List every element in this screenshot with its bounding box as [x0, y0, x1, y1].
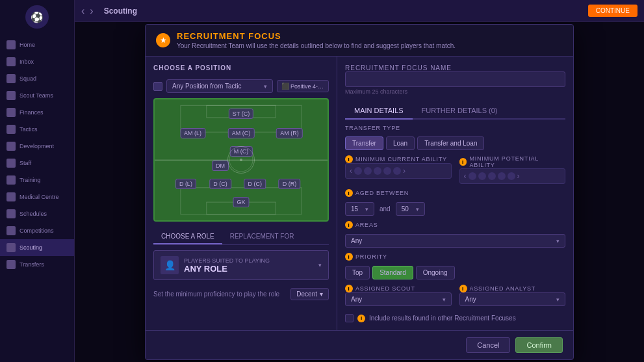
position-btn-d_r[interactable]: D (R) — [279, 179, 301, 189]
position-btn-d_c2[interactable]: D (C) — [244, 179, 266, 189]
topbar: ‹ › Scouting CONTINUE — [75, 0, 644, 22]
finances-icon — [6, 108, 16, 117]
sidebar-item-scout-teams[interactable]: Scout Teams — [0, 87, 74, 104]
potential-ability-stars[interactable]: ‹ › — [459, 168, 566, 184]
position-btn-gk[interactable]: GK — [233, 197, 249, 207]
modal-body: CHOOSE A POSITION Any Position from Tact… — [146, 57, 573, 330]
ability-row: i MINIMUM CURRENT ABILITY ‹ › — [345, 155, 565, 184]
transfer-type-label: TRANSFER TYPE — [345, 125, 565, 131]
priority-btn-standard[interactable]: Standard — [372, 266, 413, 279]
nav-back-btn[interactable]: ‹ — [81, 5, 84, 17]
sidebar-item-medical[interactable]: Medical Centre — [0, 188, 74, 205]
role-tabs: CHOOSE A ROLE REPLACEMENT FOR — [153, 229, 329, 245]
age-to-select[interactable]: 50 ▾ — [396, 202, 425, 216]
home-icon — [6, 40, 16, 49]
position-btn-d_l[interactable]: D (L) — [175, 179, 196, 189]
position-btn-d_c1[interactable]: D (C) — [209, 179, 231, 189]
focus-name-input[interactable] — [345, 71, 565, 87]
assigned-scout-select[interactable]: Any ▾ — [345, 292, 452, 306]
sidebar-item-schedules[interactable]: Schedules — [0, 205, 74, 222]
min-potential-label: i MINIMUM POTENTIAL ABILITY — [459, 155, 566, 168]
development-icon — [6, 142, 16, 151]
analyst-chevron-icon: ▾ — [556, 296, 560, 303]
pot-star-2 — [478, 172, 486, 180]
areas-select[interactable]: Any ▾ — [345, 234, 565, 248]
right-panel: RECRUITMENT FOCUS NAME Maximum 25 charac… — [337, 57, 573, 330]
medical-icon — [6, 192, 16, 201]
info-icon-priority: i — [345, 253, 353, 261]
cancel-button[interactable]: Cancel — [466, 337, 510, 353]
ability-right-arrow[interactable]: › — [403, 166, 406, 175]
scouting-icon — [6, 243, 16, 252]
position-btn-m_c[interactable]: M (C) — [230, 146, 253, 157]
focus-name-section: RECRUITMENT FOCUS NAME Maximum 25 charac… — [345, 64, 565, 95]
position-btn-am_c[interactable]: AM (C) — [228, 128, 255, 138]
main-content: ★ RECRUITMENT FOCUS Your Recruitment Tea… — [75, 22, 644, 362]
sidebar-item-development[interactable]: Development — [0, 138, 74, 155]
pot-star-3 — [488, 172, 496, 180]
min-current-ability-col: i MINIMUM CURRENT ABILITY ‹ › — [345, 155, 452, 184]
transfer-btn-transfer[interactable]: Transfer — [345, 136, 383, 150]
sidebar-item-staff[interactable]: Staff — [0, 155, 74, 172]
info-icon-age: i — [345, 189, 353, 197]
recruitment-focus-modal: ★ RECRUITMENT FOCUS Your Recruitment Tea… — [145, 24, 574, 360]
sidebar-item-inbox[interactable]: Inbox — [0, 53, 74, 70]
include-checkbox[interactable] — [345, 314, 354, 322]
modal-footer: Cancel Confirm — [146, 330, 573, 359]
proficiency-select[interactable]: Decent ▾ — [290, 288, 329, 300]
transfer-btn-both[interactable]: Transfer and Loan — [417, 136, 484, 150]
age-from-select[interactable]: 15 ▾ — [345, 202, 374, 216]
sidebar-item-competitions[interactable]: Competitions — [0, 222, 74, 239]
position-btn-dm[interactable]: DM — [212, 161, 229, 171]
topbar-right: CONTINUE — [588, 5, 638, 17]
transfer-btn-loan[interactable]: Loan — [386, 136, 415, 150]
current-ability-stars[interactable]: ‹ › — [345, 163, 452, 179]
star-1 — [354, 167, 362, 175]
sidebar-item-finances[interactable]: Finances — [0, 104, 74, 121]
age-from-chevron: ▾ — [365, 206, 368, 213]
areas-chevron-icon: ▾ — [556, 238, 560, 244]
priority-section: i PRIORITY Top Standard Ongoing — [345, 253, 565, 279]
position-btn-st_c[interactable]: ST (C) — [229, 109, 253, 119]
potential-left-arrow[interactable]: ‹ — [464, 172, 467, 181]
football-pitch: ST (C)AM (L)AM (C)AM (R)M (C)DMD (L)D (C… — [153, 98, 329, 222]
position-dropdown-row: Any Position from Tactic ▾ ⬛ Positive 4-… — [153, 79, 329, 93]
tab-further-details[interactable]: FURTHER DETAILS (0) — [413, 103, 507, 120]
sidebar-item-tactics[interactable]: Tactics — [0, 121, 74, 138]
modal-header: ★ RECRUITMENT FOCUS Your Recruitment Tea… — [146, 25, 573, 57]
include-label: Include results found in other Recruitme… — [369, 315, 516, 322]
tab-main-details[interactable]: MAIN DETAILS — [345, 103, 413, 120]
role-chevron-icon[interactable]: ▾ — [318, 262, 322, 268]
checkbox-position[interactable] — [153, 82, 162, 91]
tactics-icon — [6, 125, 16, 134]
tab-replacement-for[interactable]: REPLACEMENT FOR — [222, 229, 302, 244]
competitions-icon — [6, 226, 16, 235]
assigned-analyst-col: i ASSIGNED ANALYST Any ▾ — [459, 285, 566, 306]
position-dropdown[interactable]: Any Position from Tactic ▾ — [166, 79, 273, 93]
role-icon: 👤 — [161, 256, 179, 274]
sidebar-item-squad[interactable]: Squad — [0, 70, 74, 87]
potential-right-arrow[interactable]: › — [517, 172, 520, 181]
sidebar-item-home[interactable]: Home — [0, 36, 74, 53]
tactic-badge[interactable]: ⬛ Positive 4-1-1-3-1 DM Wide Asy... — [277, 80, 329, 92]
nav-fwd-btn[interactable]: › — [90, 5, 93, 17]
transfer-type-section: TRANSFER TYPE Transfer Loan Transfer and… — [345, 125, 565, 150]
sidebar-item-transfers[interactable]: Transfers — [0, 256, 74, 273]
modal-subtitle: Your Recruitment Team will use the detai… — [177, 42, 456, 49]
chevron-down-icon: ▾ — [264, 83, 267, 90]
priority-btn-top[interactable]: Top — [345, 266, 370, 279]
schedules-icon — [6, 209, 16, 218]
proficiency-row: Set the minimum proficiency to play the … — [153, 288, 329, 300]
confirm-button[interactable]: Confirm — [515, 337, 563, 353]
sidebar-item-scouting[interactable]: Scouting — [0, 239, 74, 256]
tab-choose-role[interactable]: CHOOSE A ROLE — [153, 229, 222, 244]
position-btn-am_l[interactable]: AM (L) — [180, 128, 205, 138]
sidebar-item-training[interactable]: Training — [0, 172, 74, 188]
position-btn-am_r[interactable]: AM (R) — [276, 128, 303, 138]
assigned-analyst-select[interactable]: Any ▾ — [459, 292, 566, 306]
continue-button[interactable]: CONTINUE — [588, 5, 638, 17]
pot-star-4 — [498, 172, 506, 180]
ability-left-arrow[interactable]: ‹ — [350, 166, 352, 175]
priority-btn-ongoing[interactable]: Ongoing — [416, 266, 455, 279]
detail-tabs: MAIN DETAILS FURTHER DETAILS (0) — [345, 103, 565, 120]
